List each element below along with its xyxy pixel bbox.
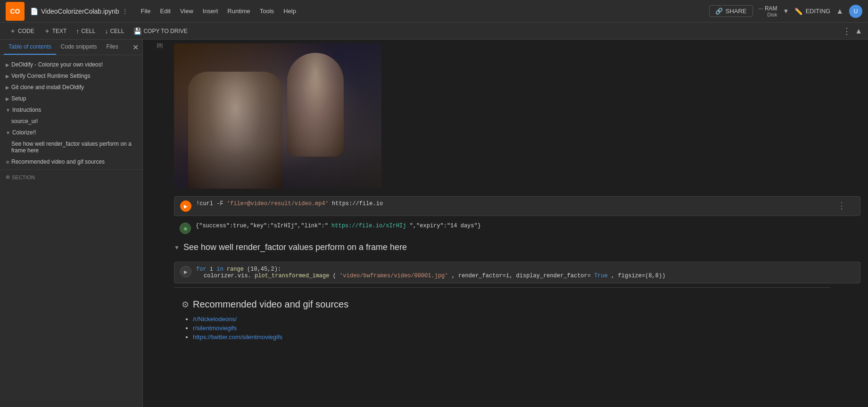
menu-file[interactable]: File bbox=[137, 6, 155, 17]
curl-code-text: !curl -F 'file=@video/result/video.mp4' … bbox=[196, 200, 854, 207]
section-title: See how well render_factor values perfor… bbox=[183, 242, 407, 252]
run-button[interactable]: ▶ bbox=[180, 200, 191, 212]
rec-links-list: /r/Nickelodeons/ r/silentmoviegifs https… bbox=[182, 316, 860, 341]
toc-item-render-factor[interactable]: See how well render_factor values perfor… bbox=[0, 138, 142, 156]
rec-link-3[interactable]: https://twitter.com/silentmoviegifs bbox=[193, 333, 282, 341]
cell-down-label: CELL bbox=[110, 28, 124, 34]
plus-icon: ＋ bbox=[9, 27, 16, 35]
toc-item-colorize[interactable]: ▼ Colorize!! bbox=[0, 127, 142, 138]
copy-drive-label: COPY TO DRIVE bbox=[143, 28, 187, 34]
toc-item-source-url[interactable]: source_url bbox=[0, 116, 142, 127]
image-cell bbox=[166, 40, 868, 192]
cell-more-icon[interactable]: ⋮ bbox=[837, 200, 846, 211]
code-label: CODE bbox=[18, 28, 34, 34]
notebook-title: 📄 VideoColorizerColab.ipynb ⋮ bbox=[30, 8, 128, 15]
notebook-filename: VideoColorizerColab.ipynb bbox=[41, 8, 119, 15]
run-button2[interactable]: ▶ bbox=[180, 266, 191, 277]
text-label: TEXT bbox=[52, 28, 67, 34]
copy-drive-button[interactable]: 💾 COPY TO DRIVE bbox=[130, 25, 191, 37]
toolbar: ＋ CODE ＋ TEXT ↑ CELL ↓ CELL 💾 COPY TO DR… bbox=[0, 23, 868, 40]
plus-section-icon: ⊕ bbox=[6, 174, 10, 180]
rec-section-title: ⚙ Recommended video and gif sources bbox=[182, 299, 860, 310]
toc-arrow-icon: ▶ bbox=[6, 74, 9, 79]
ram-disk-indicator[interactable]: ··· RAM Disk bbox=[759, 5, 777, 17]
menu-view[interactable]: View bbox=[176, 6, 197, 17]
disk-label: Disk bbox=[767, 12, 777, 17]
collapse-icon[interactable]: ▲ bbox=[836, 7, 843, 16]
toc-item-recommended[interactable]: ⊕ Recommended video and gif sources bbox=[0, 156, 142, 167]
menu-help[interactable]: Help bbox=[280, 6, 300, 17]
arrow-down-icon: ↓ bbox=[105, 27, 108, 35]
main-layout: Table of contents Code snippets Files ✕ … bbox=[0, 40, 868, 407]
toc-item-add-section[interactable]: ⊕ SECTION bbox=[0, 172, 142, 183]
add-text-button[interactable]: ＋ TEXT bbox=[40, 25, 71, 37]
arrow-up-icon: ↑ bbox=[76, 27, 79, 35]
toc-arrow-icon: ▼ bbox=[6, 130, 10, 135]
tab-code-snippets[interactable]: Code snippets bbox=[56, 40, 102, 55]
gear-icon: ⚙ bbox=[182, 299, 189, 310]
list-item: /r/Nickelodeons/ bbox=[193, 316, 860, 323]
top-bar-right: 🔗 SHARE ··· RAM Disk ▼ ✏️ EDITING ▲ U bbox=[709, 5, 862, 18]
toc-item-gitclone[interactable]: ▶ Git clone and install DeOldify bbox=[0, 82, 142, 93]
toc-item-runtime[interactable]: ▶ Verify Correct Runtime Settings bbox=[0, 70, 142, 82]
output-link[interactable]: https://file.io/sIrHIj bbox=[331, 223, 406, 229]
toc-item-instructions[interactable]: ▼ Instructions bbox=[0, 104, 142, 116]
toc-arrow-icon: ⊕ bbox=[6, 159, 9, 165]
toolbar-right: ⋮ ▲ bbox=[843, 26, 862, 36]
colorizer-code-text: for i in range (10,45,2): colorizer.vis.… bbox=[196, 266, 854, 279]
co-logo: CO bbox=[6, 2, 25, 21]
toc-arrow-icon: ▶ bbox=[6, 96, 9, 101]
sidebar-close-icon[interactable]: ✕ bbox=[132, 43, 139, 52]
section-see-render-factor[interactable]: ▼ See how well render_factor values perf… bbox=[166, 237, 868, 258]
content-area: [8] ▶ !curl -F 'file=@video/result bbox=[143, 40, 868, 407]
code-cell-run-area2: ▶ for i in range (10,45,2): colorizer.vi… bbox=[174, 262, 860, 283]
toc-item-setup[interactable]: ▶ Setup bbox=[0, 93, 142, 104]
rec-link-1[interactable]: /r/Nickelodeons/ bbox=[193, 316, 237, 323]
share-label: SHARE bbox=[726, 8, 747, 15]
ram-label: ··· RAM bbox=[759, 5, 777, 12]
menu-tools[interactable]: Tools bbox=[256, 6, 278, 17]
section-collapse-icon: ▼ bbox=[174, 244, 180, 251]
rec-link-2[interactable]: r/silentmoviegifs bbox=[193, 324, 237, 332]
toolbar-collapse-icon[interactable]: ▲ bbox=[855, 27, 862, 35]
cell-up-button[interactable]: ↑ CELL bbox=[72, 25, 99, 37]
toc-arrow-icon: ▶ bbox=[6, 62, 9, 67]
rec-title-text: Recommended video and gif sources bbox=[193, 299, 348, 310]
dropdown-arrow[interactable]: ▼ bbox=[783, 8, 789, 15]
add-code-button[interactable]: ＋ CODE bbox=[6, 25, 38, 37]
file-icon: 📄 bbox=[30, 8, 38, 15]
section-divider bbox=[174, 287, 830, 288]
curl-code-cell: ▶ !curl -F 'file=@video/result/video.mp4… bbox=[174, 196, 860, 216]
output-text: {"success":true,"key":"sIrHIj","link":" … bbox=[196, 223, 481, 229]
list-item: r/silentmoviegifs bbox=[193, 324, 860, 332]
tab-table-of-contents[interactable]: Table of contents bbox=[4, 40, 56, 55]
menu-insert[interactable]: Insert bbox=[199, 6, 222, 17]
editing-label: EDITING bbox=[805, 8, 830, 15]
cell-down-button[interactable]: ↓ CELL bbox=[101, 25, 128, 37]
dots-icon: ··· bbox=[759, 5, 763, 12]
video-thumbnail bbox=[174, 43, 381, 189]
notebook-options-icon: ⋮ bbox=[122, 8, 128, 15]
top-bar: CO 📄 VideoColorizerColab.ipynb ⋮ File Ed… bbox=[0, 0, 868, 23]
image-output-cell: [8] bbox=[143, 40, 868, 192]
tab-files[interactable]: Files bbox=[101, 40, 123, 55]
menu-runtime[interactable]: Runtime bbox=[223, 6, 254, 17]
menu-bar: File Edit View Insert Runtime Tools Help bbox=[137, 6, 300, 17]
editing-badge: ✏️ EDITING bbox=[794, 8, 830, 15]
menu-edit[interactable]: Edit bbox=[156, 6, 174, 17]
sidebar: Table of contents Code snippets Files ✕ … bbox=[0, 40, 143, 407]
text-plus-icon: ＋ bbox=[44, 27, 50, 35]
list-item: https://twitter.com/silentmoviegifs bbox=[193, 333, 860, 341]
toolbar-more-icon[interactable]: ⋮ bbox=[843, 26, 851, 36]
toc-item-deoldify[interactable]: ▶ DeOldify - Colorize your own videos! bbox=[0, 59, 142, 70]
share-icon: 🔗 bbox=[715, 8, 723, 15]
avatar[interactable]: U bbox=[849, 5, 862, 18]
drive-icon: 💾 bbox=[133, 27, 141, 35]
colorizer-code-cell: ▶ for i in range (10,45,2): colorizer.vi… bbox=[174, 262, 860, 283]
output-row: ◉ {"success":true,"key":"sIrHIj","link":… bbox=[174, 220, 860, 237]
cell-number: [8] bbox=[143, 40, 166, 48]
sidebar-content: ▶ DeOldify - Colorize your own videos! ▶… bbox=[0, 55, 142, 407]
edit-pencil-icon: ✏️ bbox=[794, 8, 802, 15]
sidebar-tabs: Table of contents Code snippets Files ✕ bbox=[0, 40, 142, 55]
share-button[interactable]: 🔗 SHARE bbox=[709, 5, 753, 17]
